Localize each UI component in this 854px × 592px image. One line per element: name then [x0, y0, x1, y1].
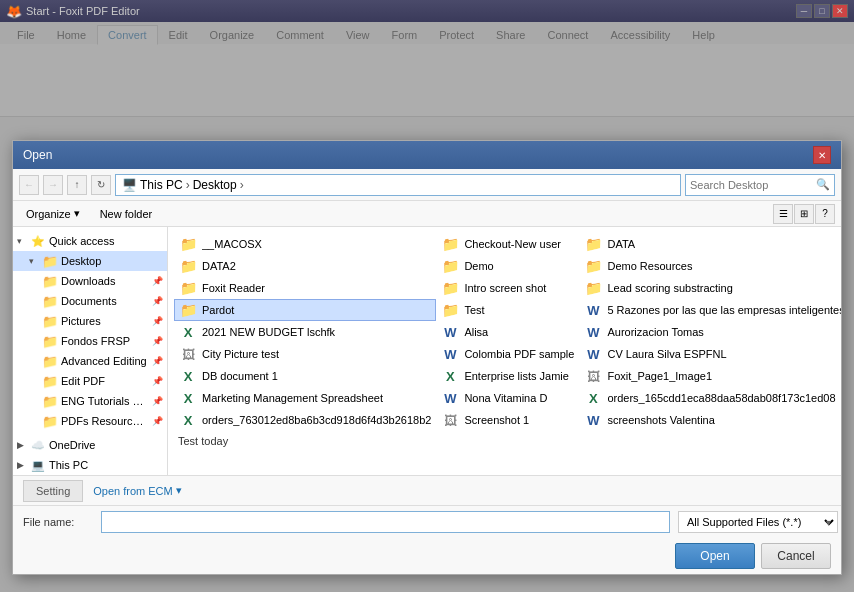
file-item[interactable]: X orders_165cdd1eca88daa58dab08f173c1ed0… [579, 387, 841, 409]
file-item[interactable]: W CV Laura Silva ESPFNL [579, 343, 841, 365]
word-icon: W [584, 411, 602, 429]
file-item[interactable]: W Nona Vitamina D [436, 387, 579, 409]
folder-icon: 📁 [179, 279, 197, 297]
nav-desktop[interactable]: ▾ 📁 Desktop [13, 251, 167, 271]
excel-icon: X [179, 389, 197, 407]
view-icons-button[interactable]: ⊞ [794, 204, 814, 224]
maximize-button[interactable]: □ [814, 4, 830, 18]
nav-pictures[interactable]: 📁 Pictures 📌 [13, 311, 167, 331]
filetype-select[interactable]: All Supported Files (*.*) [678, 511, 838, 533]
cancel-button[interactable]: Cancel [761, 543, 831, 569]
file-item[interactable]: 📁 Checkout-New user [436, 233, 579, 255]
search-box[interactable]: 🔍 [685, 174, 835, 196]
file-name: Checkout-New user [464, 238, 574, 250]
adv-editing-icon: 📁 [42, 353, 58, 369]
nav-documents[interactable]: 📁 Documents 📌 [13, 291, 167, 311]
dialog-body: ▾ ⭐ Quick access ▾ 📁 Desktop 📁 Downloads… [13, 227, 841, 475]
file-item[interactable]: 📁 Pardot [174, 299, 436, 321]
nav-this-pc[interactable]: ▶ 💻 This PC [13, 455, 167, 475]
file-item[interactable]: 📁 __MACOSX [174, 233, 436, 255]
setting-button[interactable]: Setting [23, 480, 83, 502]
image-icon: 🖼 [441, 411, 459, 429]
app-title: Start - Foxit PDF Editor [26, 5, 140, 17]
pictures-pin-icon: 📌 [152, 316, 163, 326]
folder-icon: 📁 [441, 235, 459, 253]
organize-button[interactable]: Organize ▾ [19, 204, 87, 224]
file-item[interactable]: X 2021 NEW BUDGET lschfk [174, 321, 436, 343]
this-pc-label: This PC [49, 459, 163, 471]
up-button[interactable]: ↑ [67, 175, 87, 195]
nav-downloads[interactable]: 📁 Downloads 📌 [13, 271, 167, 291]
nav-quick-access[interactable]: ▾ ⭐ Quick access [13, 231, 167, 251]
excel-icon: X [584, 389, 602, 407]
dialog-close-button[interactable]: ✕ [813, 146, 831, 164]
view-help-button[interactable]: ? [815, 204, 835, 224]
refresh-button[interactable]: ↻ [91, 175, 111, 195]
forward-button[interactable]: → [43, 175, 63, 195]
eng-tutorials-label: ENG Tutorials 2021 [61, 395, 149, 407]
file-item[interactable]: X Marketing Management Spreadsheet [174, 387, 436, 409]
folder-icon: 📁 [441, 279, 459, 297]
file-item[interactable]: 📁 Demo Resources [579, 255, 841, 277]
dialog-bottom: Setting Open from ECM ▾ File name: All S… [13, 475, 841, 574]
dialog-title: Open [23, 148, 52, 162]
file-item[interactable]: X DB document 1 [174, 365, 436, 387]
breadcrumb-sep1: › [186, 178, 190, 192]
file-item[interactable]: 📁 Demo [436, 255, 579, 277]
file-name: DATA2 [202, 260, 431, 272]
minimize-button[interactable]: ─ [796, 4, 812, 18]
filename-label: File name: [23, 516, 93, 528]
image-icon: 🖼 [584, 367, 602, 385]
file-item[interactable]: 🖼 Foxit_Page1_Image1 [579, 365, 841, 387]
search-input[interactable] [690, 179, 814, 191]
file-item[interactable]: 📁 Test [436, 299, 579, 321]
nav-advanced-editing[interactable]: 📁 Advanced Editing 📌 [13, 351, 167, 371]
onedrive-icon: ☁️ [30, 437, 46, 453]
file-item[interactable]: W Colombia PDF sample [436, 343, 579, 365]
file-item[interactable]: 🖼 Screenshot 1 [436, 409, 579, 431]
nav-edit-pdf[interactable]: 📁 Edit PDF 📌 [13, 371, 167, 391]
pdfs-resources-pin-icon: 📌 [152, 416, 163, 426]
file-item[interactable]: W Aurorizacion Tomas [579, 321, 841, 343]
adv-editing-pin-icon: 📌 [152, 356, 163, 366]
nav-fondos[interactable]: 📁 Fondos FRSP 📌 [13, 331, 167, 351]
file-name: DB document 1 [202, 370, 431, 382]
open-ecm-button[interactable]: Open from ECM ▾ [93, 480, 181, 502]
edit-pdf-pin-icon: 📌 [152, 376, 163, 386]
file-item[interactable]: X orders_763012ed8ba6b3cd918d6f4d3b2618b… [174, 409, 436, 431]
view-details-button[interactable]: ☰ [773, 204, 793, 224]
new-folder-button[interactable]: New folder [93, 204, 160, 224]
folder-icon: 📁 [179, 301, 197, 319]
fondos-pin-icon: 📌 [152, 336, 163, 346]
quick-access-arrow: ▾ [17, 236, 27, 246]
file-name: Nona Vitamina D [464, 392, 574, 404]
breadcrumb[interactable]: 🖥️ This PC › Desktop › [115, 174, 681, 196]
folder-icon: 📁 [584, 257, 602, 275]
open-button[interactable]: Open [675, 543, 755, 569]
close-button[interactable]: ✕ [832, 4, 848, 18]
nav-pdfs-resources[interactable]: 📁 PDFs Resources 202 📌 [13, 411, 167, 431]
file-item[interactable]: W Alisa [436, 321, 579, 343]
file-item[interactable]: 📁 DATA2 [174, 255, 436, 277]
file-item[interactable]: W screenshots Valentina [579, 409, 841, 431]
folder-icon: 📁 [584, 279, 602, 297]
file-item[interactable]: 📁 Foxit Reader [174, 277, 436, 299]
folder-icon: 📁 [179, 235, 197, 253]
file-item[interactable]: X Enterprise lists Jamie [436, 365, 579, 387]
downloads-label: Downloads [61, 275, 149, 287]
pictures-icon: 📁 [42, 313, 58, 329]
file-item[interactable]: 📁 DATA [579, 233, 841, 255]
documents-label: Documents [61, 295, 149, 307]
back-button[interactable]: ← [19, 175, 39, 195]
excel-icon: X [179, 323, 197, 341]
file-item[interactable]: 🖼 City Picture test [174, 343, 436, 365]
file-item[interactable]: 📁 Lead scoring substracting [579, 277, 841, 299]
nav-eng-tutorials[interactable]: 📁 ENG Tutorials 2021 📌 [13, 391, 167, 411]
nav-onedrive[interactable]: ▶ ☁️ OneDrive [13, 435, 167, 455]
file-item[interactable]: W 5 Razones por las que las empresas int… [579, 299, 841, 321]
file-item[interactable]: 📁 Intro screen shot [436, 277, 579, 299]
filename-input[interactable] [101, 511, 670, 533]
excel-icon: X [179, 367, 197, 385]
downloads-icon: 📁 [42, 273, 58, 289]
word-icon: W [441, 323, 459, 341]
